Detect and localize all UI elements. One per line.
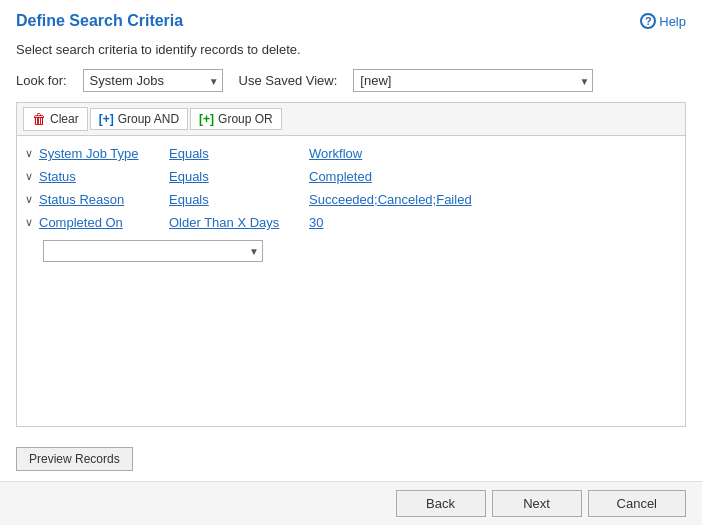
group-and-icon: [+] <box>99 112 114 126</box>
row1-field[interactable]: System Job Type <box>39 146 169 161</box>
use-saved-view-select[interactable]: [new] <box>353 69 593 92</box>
row4-field[interactable]: Completed On <box>39 215 169 230</box>
group-and-button[interactable]: [+] Group AND <box>90 108 188 130</box>
page-title: Define Search Criteria <box>16 12 183 30</box>
row3-chevron-icon[interactable]: ∨ <box>25 193 33 206</box>
row4-chevron-icon[interactable]: ∨ <box>25 216 33 229</box>
criteria-toolbar: 🗑 Clear [+] Group AND [+] Group OR <box>16 102 686 135</box>
page-description: Select search criteria to identify recor… <box>0 36 702 69</box>
use-saved-view-select-wrapper: [new] ▼ <box>353 69 593 92</box>
row2-field[interactable]: Status <box>39 169 169 184</box>
row1-operator[interactable]: Equals <box>169 146 309 161</box>
row4-operator[interactable]: Older Than X Days <box>169 215 309 230</box>
row1-chevron-icon[interactable]: ∨ <box>25 147 33 160</box>
look-for-label: Look for: <box>16 73 67 88</box>
row3-operator[interactable]: Equals <box>169 192 309 207</box>
group-or-button[interactable]: [+] Group OR <box>190 108 282 130</box>
clear-icon: 🗑 <box>32 111 46 127</box>
footer-area: Preview Records <box>0 437 702 481</box>
help-label: Help <box>659 14 686 29</box>
row2-chevron-icon[interactable]: ∨ <box>25 170 33 183</box>
group-and-label: Group AND <box>118 112 179 126</box>
back-button[interactable]: Back <box>396 490 486 517</box>
table-row: ∨ Completed On Older Than X Days 30 <box>23 211 679 234</box>
group-or-label: Group OR <box>218 112 273 126</box>
help-icon: ? <box>640 13 656 29</box>
row2-value[interactable]: Completed <box>309 169 372 184</box>
criteria-table: ∨ System Job Type Equals Workflow ∨ Stat… <box>16 135 686 427</box>
group-or-icon: [+] <box>199 112 214 126</box>
cancel-button[interactable]: Cancel <box>588 490 686 517</box>
row3-value[interactable]: Succeeded;Canceled;Failed <box>309 192 472 207</box>
look-for-select[interactable]: System Jobs <box>83 69 223 92</box>
next-button[interactable]: Next <box>492 490 582 517</box>
look-for-select-wrapper: System Jobs ▼ <box>83 69 223 92</box>
table-row: ∨ Status Equals Completed <box>23 165 679 188</box>
new-criteria-row: ▼ <box>23 234 679 266</box>
table-row: ∨ Status Reason Equals Succeeded;Cancele… <box>23 188 679 211</box>
row3-field[interactable]: Status Reason <box>39 192 169 207</box>
table-row: ∨ System Job Type Equals Workflow <box>23 142 679 165</box>
bottom-nav-bar: Back Next Cancel <box>0 481 702 525</box>
clear-label: Clear <box>50 112 79 126</box>
new-field-select[interactable] <box>43 240 263 262</box>
preview-records-button[interactable]: Preview Records <box>16 447 133 471</box>
new-field-select-wrapper: ▼ <box>43 240 263 262</box>
row1-value[interactable]: Workflow <box>309 146 362 161</box>
row2-operator[interactable]: Equals <box>169 169 309 184</box>
row4-value[interactable]: 30 <box>309 215 323 230</box>
use-saved-view-label: Use Saved View: <box>239 73 338 88</box>
clear-button[interactable]: 🗑 Clear <box>23 107 88 131</box>
help-link[interactable]: ? Help <box>640 13 686 29</box>
